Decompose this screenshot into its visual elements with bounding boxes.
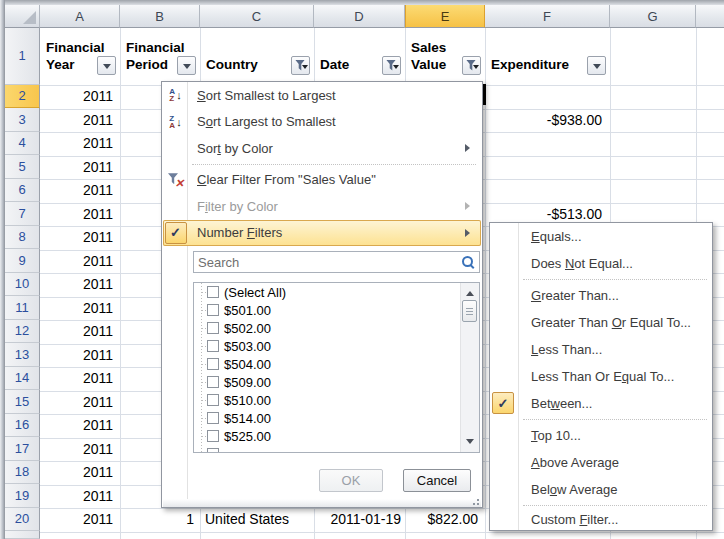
row-header-11[interactable]: 11	[5, 296, 40, 320]
header-cell-sales-value[interactable]: Sales Value	[406, 28, 484, 85]
col-header-a[interactable]: A	[40, 5, 120, 28]
row-header-13[interactable]: 13	[5, 343, 40, 367]
cell-a4[interactable]: 2011	[40, 132, 119, 156]
submenu-item-less-than[interactable]: Less Than...	[490, 336, 712, 363]
filter-value-item[interactable]: $509.00	[194, 373, 479, 391]
row-header-10[interactable]: 10	[5, 273, 40, 297]
checkbox[interactable]	[207, 340, 219, 352]
row-header-4[interactable]: 4	[5, 132, 40, 156]
cell-f3[interactable]: -$938.00	[486, 108, 609, 132]
col-header-partial[interactable]	[696, 5, 724, 28]
scroll-up-button[interactable]	[461, 283, 479, 300]
row-header-20[interactable]: 20	[5, 508, 40, 532]
header-cell-financial-period[interactable]: Financial Period	[121, 28, 199, 85]
col-header-f[interactable]: F	[485, 5, 610, 28]
search-input[interactable]	[194, 255, 460, 270]
filter-value-item[interactable]: $501.00	[194, 301, 479, 319]
cancel-button[interactable]: Cancel	[403, 469, 471, 492]
header-cell-date[interactable]: Date	[315, 28, 404, 85]
col-header-b[interactable]: B	[120, 5, 200, 28]
menu-item-sort-largest-to-smallest[interactable]: ZA↓ Sort Largest to Smallest	[163, 109, 481, 136]
cell-a12[interactable]: 2011	[40, 320, 119, 344]
submenu-item-greater-than[interactable]: Greater Than...	[490, 282, 712, 309]
cell-a2[interactable]: 2011	[40, 85, 119, 109]
row-header-7[interactable]: 7	[5, 202, 40, 226]
cell-a5[interactable]: 2011	[40, 155, 119, 179]
list-scrollbar[interactable]	[460, 283, 479, 452]
menu-item-number-filters[interactable]: ✓ Number Filters	[163, 220, 481, 247]
col-header-g[interactable]: G	[610, 5, 696, 28]
cell-a11[interactable]: 2011	[40, 296, 119, 320]
row-header-16[interactable]: 16	[5, 414, 40, 438]
checkbox[interactable]	[207, 304, 219, 316]
resize-grip[interactable]	[477, 503, 479, 505]
cell-a14[interactable]: 2011	[40, 367, 119, 391]
cell-a18[interactable]: 2011	[40, 461, 119, 485]
header-cell-expenditure[interactable]: Expenditure	[486, 28, 609, 85]
submenu-item-top-10[interactable]: Top 10...	[490, 422, 712, 449]
cell-a10[interactable]: 2011	[40, 273, 119, 297]
row-header-3[interactable]: 3	[5, 108, 40, 132]
checkbox[interactable]	[207, 376, 219, 388]
header-cell-country[interactable]: Country	[201, 28, 313, 85]
cell-a15[interactable]: 2011	[40, 390, 119, 414]
row-header-17[interactable]: 17	[5, 437, 40, 461]
submenu-item-less-than-or-equal[interactable]: Less Than Or Equal To...	[490, 363, 712, 390]
menu-item-clear-filter[interactable]: ✕ Clear Filter From "Sales Value"	[163, 167, 481, 194]
col-header-c[interactable]: C	[200, 5, 314, 28]
filter-dropdown-button[interactable]	[587, 56, 606, 75]
menu-item-sort-smallest-to-largest[interactable]: AZ↓ Sort Smallest to Largest	[163, 82, 481, 109]
menu-item-sort-by-color[interactable]: Sort by Color	[163, 135, 481, 162]
row-header-partial[interactable]	[5, 531, 40, 539]
filter-value-item[interactable]: $503.00	[194, 337, 479, 355]
row-header-14[interactable]: 14	[5, 367, 40, 391]
submenu-item-does-not-equal[interactable]: Does Not Equal...	[490, 250, 712, 277]
submenu-item-between[interactable]: ✓ Between...	[490, 390, 712, 417]
checkbox[interactable]	[207, 286, 219, 298]
row-header-18[interactable]: 18	[5, 461, 40, 485]
scroll-down-button[interactable]	[461, 435, 479, 452]
cell-c20[interactable]: United States	[202, 508, 313, 532]
row-header-19[interactable]: 19	[5, 484, 40, 508]
submenu-item-custom-filter[interactable]: Custom Filter...	[490, 508, 712, 530]
select-all-corner[interactable]	[5, 5, 40, 28]
cell-a13[interactable]: 2011	[40, 343, 119, 367]
cell-b20[interactable]: 1	[121, 508, 199, 532]
cell-a16[interactable]: 2011	[40, 414, 119, 438]
row-header-12[interactable]: 12	[5, 320, 40, 344]
cell-a17[interactable]: 2011	[40, 437, 119, 461]
checkbox[interactable]	[207, 394, 219, 406]
col-header-e-selected[interactable]: E	[405, 5, 485, 28]
checkbox[interactable]	[207, 430, 219, 442]
filter-value-item[interactable]: $525.00	[194, 427, 479, 445]
filter-value-item[interactable]: $502.00	[194, 319, 479, 337]
col-header-d[interactable]: D	[314, 5, 405, 28]
filter-applied-button[interactable]	[291, 56, 310, 75]
cell-a9[interactable]: 2011	[40, 249, 119, 273]
cell-a6[interactable]: 2011	[40, 179, 119, 203]
search-icon[interactable]	[460, 254, 476, 270]
submenu-item-below-average[interactable]: Below Average	[490, 476, 712, 503]
cell-a7[interactable]: 2011	[40, 202, 119, 226]
row-header-9[interactable]: 9	[5, 249, 40, 273]
row-header-8[interactable]: 8	[5, 226, 40, 250]
row-header-6[interactable]: 6	[5, 179, 40, 203]
filter-value-item[interactable]: $504.00	[194, 355, 479, 373]
checkbox[interactable]	[207, 322, 219, 334]
submenu-item-above-average[interactable]: Above Average	[490, 449, 712, 476]
ok-button[interactable]: OK	[319, 469, 383, 492]
cell-d20[interactable]: 2011-01-19	[315, 508, 403, 532]
cell-a8[interactable]: 2011	[40, 226, 119, 250]
cell-a3[interactable]: 2011	[40, 108, 119, 132]
filter-dropdown-button[interactable]	[177, 56, 196, 75]
filter-applied-button[interactable]	[382, 56, 401, 75]
cell-a20[interactable]: 2011	[40, 508, 119, 532]
filter-value-item[interactable]: $510.00	[194, 391, 479, 409]
row-header-2[interactable]: 2	[5, 85, 40, 109]
scrollbar-thumb[interactable]	[462, 300, 477, 322]
search-box[interactable]	[193, 251, 480, 273]
row-header-1[interactable]: 1	[5, 28, 40, 85]
row-header-15[interactable]: 15	[5, 390, 40, 414]
checkbox[interactable]	[207, 412, 219, 424]
submenu-item-equals[interactable]: Equals...	[490, 223, 712, 250]
